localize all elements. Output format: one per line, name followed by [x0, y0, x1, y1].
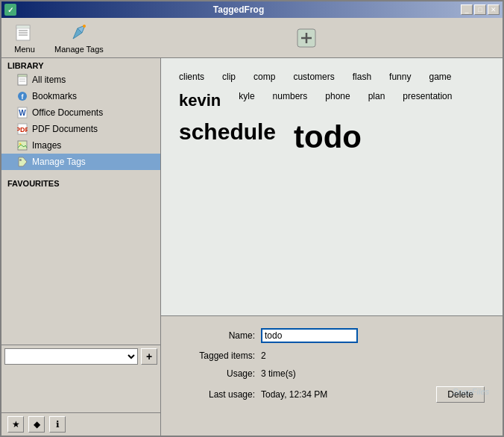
- tag-item-todo[interactable]: todo: [291, 118, 365, 157]
- menu-button[interactable]: Menu: [7, 19, 42, 57]
- app-window: ✓ TaggedFrog _ □ ✕ Menu: [0, 0, 504, 437]
- detail-panel: Name: Tagged items: 2 Usage: 3 time(s) L…: [161, 316, 503, 436]
- usage-value: 3 time(s): [261, 368, 296, 379]
- tag-item-numbers[interactable]: numbers: [270, 89, 311, 112]
- tagged-items-label: Tagged items:: [179, 350, 261, 361]
- usage-label: Usage:: [179, 368, 261, 379]
- sidebar-item-office-docs-label: Office Documents: [32, 107, 103, 118]
- tag-icon: [16, 156, 28, 168]
- last-usage-row: Last usage: Today, 12:34 PM Delete: [179, 386, 485, 403]
- tag-item-clip[interactable]: clip: [219, 70, 239, 84]
- tag-item-presentation[interactable]: presentation: [400, 89, 455, 112]
- tag-item-kevin[interactable]: kevin: [176, 89, 224, 112]
- toolbar: Menu Manage Tags: [1, 18, 503, 58]
- pdf-icon: PDF: [16, 123, 28, 135]
- sidebar-item-all-items-label: All items: [32, 75, 66, 85]
- sidebar-item-bookmarks-label: Bookmarks: [32, 91, 77, 101]
- sidebar-item-all-items[interactable]: All items: [1, 72, 160, 88]
- sidebar-item-manage-tags-label: Manage Tags: [32, 157, 86, 167]
- app-icon: ✓: [4, 4, 16, 16]
- manage-tags-icon: [69, 22, 89, 43]
- usage-row: Usage: 3 time(s): [179, 368, 485, 379]
- star-button[interactable]: ★: [7, 416, 24, 433]
- window-title: TaggedFrog: [16, 4, 461, 15]
- minimize-button[interactable]: _: [461, 4, 473, 15]
- tagged-items-value: 2: [261, 350, 266, 361]
- svg-rect-10: [18, 75, 27, 77]
- last-usage-label: Last usage:: [179, 389, 261, 400]
- name-label: Name:: [179, 330, 261, 341]
- tag-item-clients[interactable]: clients: [176, 70, 207, 84]
- tagged-items-row: Tagged items: 2: [179, 350, 485, 361]
- manage-tags-button[interactable]: Manage Tags: [48, 19, 110, 57]
- add-icon: [296, 28, 317, 48]
- library-section-label: LIBRARY: [1, 58, 160, 72]
- sidebar-item-images[interactable]: Images: [1, 137, 160, 154]
- sidebar: LIBRARY All items f: [1, 58, 161, 436]
- svg-text:W: W: [19, 109, 26, 117]
- sidebar-empty-area: [1, 368, 160, 412]
- sidebar-item-office-docs[interactable]: W Office Documents: [1, 104, 160, 121]
- close-button[interactable]: ✕: [488, 4, 500, 15]
- diamond-button[interactable]: ◆: [28, 416, 45, 433]
- sidebar-item-pdf-docs-label: PDF Documents: [32, 124, 98, 134]
- tag-item-kyle[interactable]: kyle: [236, 89, 257, 112]
- word-icon: W: [16, 107, 28, 119]
- maximize-button[interactable]: □: [474, 4, 486, 15]
- right-panel: clientsclipcompcustomersflashfunnygameke…: [161, 58, 503, 436]
- name-input[interactable]: [261, 328, 358, 343]
- sidebar-add-button[interactable]: +: [141, 348, 157, 365]
- add-button[interactable]: [289, 24, 324, 52]
- tag-item-game[interactable]: game: [426, 70, 454, 84]
- svg-point-21: [19, 159, 22, 161]
- bookmark-icon: f: [16, 90, 28, 102]
- svg-point-5: [83, 25, 86, 28]
- tag-item-phone[interactable]: phone: [322, 89, 353, 112]
- tag-item-comp[interactable]: comp: [251, 70, 278, 84]
- tag-item-schedule[interactable]: schedule: [176, 118, 279, 157]
- sidebar-item-bookmarks[interactable]: f Bookmarks: [1, 88, 160, 104]
- sidebar-combo[interactable]: [4, 348, 138, 365]
- last-usage-value: Today, 12:34 PM: [261, 389, 327, 400]
- sidebar-item-images-label: Images: [32, 140, 61, 151]
- sidebar-item-pdf-docs[interactable]: PDF PDF Documents: [1, 121, 160, 137]
- sidebar-item-manage-tags[interactable]: Manage Tags: [1, 154, 160, 170]
- window-controls: _ □ ✕: [461, 4, 500, 15]
- tag-item-customers[interactable]: customers: [290, 70, 337, 84]
- title-bar: ✓ TaggedFrog _ □ ✕: [1, 1, 503, 18]
- doc-icon: [16, 74, 28, 86]
- main-content: LIBRARY All items f: [1, 58, 503, 436]
- manage-tags-label: Manage Tags: [54, 45, 104, 54]
- menu-label: Menu: [14, 45, 35, 54]
- favourites-section-label: FAVOURITES: [1, 176, 160, 189]
- menu-icon: [14, 22, 35, 43]
- tag-item-plan[interactable]: plan: [365, 89, 388, 112]
- svg-text:PDF: PDF: [17, 126, 28, 133]
- delete-button[interactable]: Delete: [436, 386, 485, 403]
- tag-item-funny[interactable]: funny: [386, 70, 414, 84]
- tags-cloud: clientsclipcompcustomersflashfunnygameke…: [161, 58, 503, 316]
- name-row: Name:: [179, 328, 485, 343]
- info-button[interactable]: ℹ: [49, 416, 66, 433]
- tag-item-flash[interactable]: flash: [350, 70, 374, 84]
- svg-rect-1: [16, 25, 30, 28]
- image-icon: [16, 139, 28, 151]
- sidebar-footer: ★ ◆ ℹ: [1, 412, 160, 436]
- sidebar-combo-row: +: [1, 345, 160, 368]
